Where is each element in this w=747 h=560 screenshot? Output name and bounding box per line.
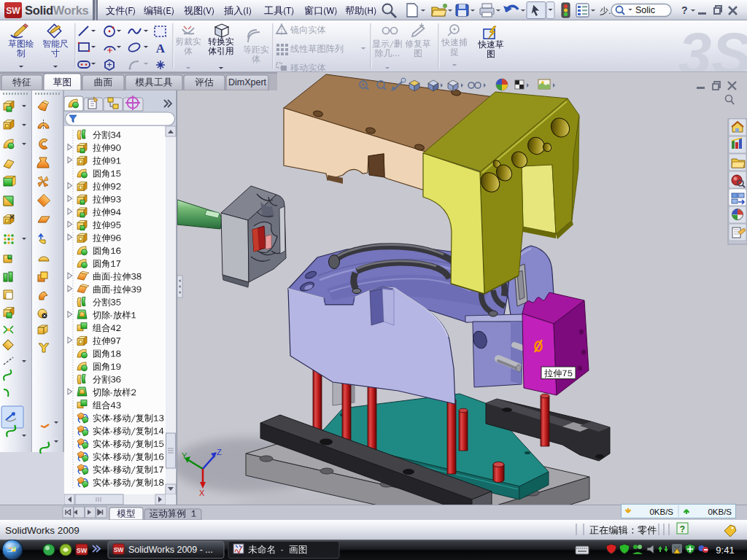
svg-text:SolidWorks 2009 - ...: SolidWorks 2009 - ... [128, 545, 213, 555]
svg-text:X: X [199, 489, 205, 497]
svg-text:0KB/S: 0KB/S [708, 508, 732, 516]
svg-text:?: ? [680, 524, 685, 534]
svg-text:?: ? [681, 4, 688, 16]
svg-text:DimXpert: DimXpert [228, 77, 267, 88]
svg-text:9:41: 9:41 [716, 545, 734, 556]
svg-text:SW: SW [6, 6, 20, 16]
svg-text:SolidWorks 2009: SolidWorks 2009 [5, 525, 80, 536]
svg-text:A: A [156, 42, 166, 55]
svg-text:0KB/S: 0KB/S [649, 508, 673, 516]
svg-text:Solic: Solic [635, 5, 655, 15]
svg-text:Y: Y [182, 451, 187, 460]
svg-text:SW: SW [114, 546, 125, 553]
svg-text:3S: 3S [678, 20, 747, 72]
svg-text:SolidWorks: SolidWorks [25, 4, 89, 17]
svg-text:SW: SW [77, 547, 88, 554]
svg-text:Z: Z [217, 448, 222, 456]
